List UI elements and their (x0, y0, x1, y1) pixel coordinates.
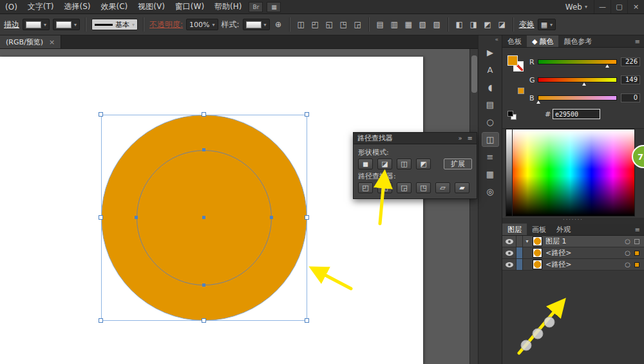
transform-link[interactable]: 变换 (519, 19, 535, 30)
pathfinder-panel[interactable]: 路径查找器 » ≡ 形状模式: ◼ ◪ ◫ ◩ 扩展 路径查找器: ◰ ◱ ◲ … (353, 132, 477, 199)
distribute-right-icon[interactable]: ▨ (431, 19, 442, 30)
vertical-scrollbar[interactable] (469, 49, 478, 364)
opacity-dropdown[interactable]: 100% ▾ (186, 19, 218, 30)
style-dropdown[interactable]: ▾ (243, 19, 270, 30)
fill-color-swatch[interactable] (507, 55, 518, 66)
pathfinder-title-bar[interactable]: 路径查找器 » ≡ (354, 133, 477, 144)
visibility-cell[interactable] (502, 259, 516, 270)
anchor-point-n[interactable] (202, 148, 205, 151)
red-slider-marker[interactable] (605, 64, 609, 68)
align-left-icon[interactable]: ◫ (296, 19, 307, 30)
stroke-weight-dropdown[interactable]: ▾ (53, 19, 80, 30)
selection-handle-se[interactable] (305, 318, 309, 323)
selection-handle-w[interactable] (99, 215, 103, 220)
green-slider-marker[interactable] (582, 82, 586, 86)
align-to-selection-icon[interactable]: ◪ (497, 19, 507, 30)
minimize-button[interactable]: — (594, 0, 611, 14)
document-tab[interactable]: (RGB/预览) × (0, 35, 61, 48)
path-thumbnail[interactable] (533, 248, 542, 258)
restore-button[interactable]: ▢ (611, 0, 627, 14)
distribute-bottom-icon[interactable]: ▦ (403, 19, 414, 30)
outline-icon[interactable]: ▱ (435, 182, 450, 193)
tab-close-icon[interactable]: × (49, 38, 55, 46)
character-panel-icon[interactable]: A (482, 62, 499, 77)
align-bottom-icon[interactable]: ◲ (352, 19, 363, 30)
anchor-point-e[interactable] (270, 216, 273, 219)
gradient-panel-icon[interactable]: ◎ (482, 184, 499, 199)
target-circle-icon[interactable]: ○ (625, 249, 630, 256)
visibility-cell[interactable] (502, 236, 516, 247)
green-channel-value[interactable]: 149 (621, 75, 640, 84)
minus-back-icon[interactable]: ▰ (455, 182, 469, 193)
tab-swatches[interactable]: 色板 (502, 35, 527, 47)
color-spectrum[interactable] (506, 129, 635, 216)
layer-thumbnail[interactable] (533, 236, 542, 246)
layer-name[interactable]: 图层 1 (545, 236, 567, 246)
selection-handle-e[interactable] (305, 215, 309, 220)
path-name[interactable]: <路径> (545, 260, 571, 269)
menu-item-view[interactable]: 视图(V) (133, 0, 170, 14)
selection-handle-sw[interactable] (99, 318, 103, 323)
panel-menu-icon[interactable]: ≡ (468, 135, 473, 142)
document-setup-globe-icon[interactable]: ⊕ (273, 19, 284, 30)
selection-handle-nw[interactable] (99, 112, 103, 117)
path-row[interactable]: <路径> ○ (502, 247, 644, 259)
align-top-icon[interactable]: ◳ (338, 19, 349, 30)
collapse-panel-icon[interactable]: » (458, 135, 462, 142)
expand-button[interactable]: 扩展 (444, 158, 472, 169)
tab-color-guide[interactable]: 颜色参考 (558, 35, 597, 47)
visibility-cell[interactable] (502, 247, 516, 258)
opacity-link[interactable]: 不透明度: (149, 19, 183, 30)
close-button[interactable]: × (627, 0, 644, 14)
workspace-selector[interactable]: Web ▾ (559, 3, 594, 12)
trim-icon[interactable]: ◱ (377, 182, 392, 193)
center-point[interactable] (202, 216, 205, 219)
selection-indicator[interactable] (634, 262, 639, 267)
red-channel-slider[interactable] (538, 59, 617, 64)
scrollbar-thumb[interactable] (471, 55, 477, 93)
properties-panel-icon[interactable]: ≡ (482, 149, 499, 164)
menu-item-effect[interactable]: 效果(C) (96, 0, 133, 14)
selection-handle-ne[interactable] (305, 112, 309, 117)
minus-front-icon[interactable]: ◪ (377, 158, 392, 169)
menu-item-file[interactable]: (O) (0, 1, 23, 14)
distribute-space-h-icon[interactable]: ◧ (454, 19, 465, 30)
black-swatch-icon[interactable] (507, 111, 513, 117)
blue-channel-slider[interactable] (538, 95, 617, 101)
menu-item-type[interactable]: 文字(T) (23, 0, 59, 14)
target-circle-icon[interactable]: ○ (625, 238, 630, 245)
red-channel-value[interactable]: 226 (621, 57, 640, 66)
green-channel-slider[interactable] (538, 77, 617, 82)
hex-input[interactable] (553, 109, 600, 119)
align-to-artboard-icon[interactable]: ◩ (482, 19, 493, 30)
path-row[interactable]: <路径> ○ (502, 259, 644, 271)
last-color-swatch[interactable] (518, 88, 524, 94)
blue-slider-marker[interactable] (536, 101, 540, 104)
path-thumbnail[interactable] (533, 260, 542, 269)
selection-handle-s[interactable] (202, 318, 206, 323)
brush-definition-dropdown[interactable]: 基本 ▾ (91, 19, 138, 30)
crop-icon[interactable]: ◳ (416, 182, 431, 193)
tab-artboards[interactable]: 画板 (527, 224, 551, 235)
divide-icon[interactable]: ◰ (358, 182, 373, 193)
path-name[interactable]: <路径> (545, 248, 571, 258)
unite-icon[interactable]: ◼ (358, 158, 373, 169)
bridge-icon[interactable]: Br (249, 2, 263, 12)
links-panel-icon[interactable]: ▤ (482, 97, 499, 112)
stroke-link[interactable]: 描边 (4, 19, 19, 30)
menu-item-help[interactable]: 帮助(H) (209, 0, 247, 14)
distribute-middle-icon[interactable]: ▥ (389, 19, 400, 30)
blue-channel-value[interactable]: 0 (621, 93, 640, 102)
expand-panels-icon[interactable]: « (495, 35, 502, 44)
distribute-space-v-icon[interactable]: ◨ (468, 19, 479, 30)
stroke-panel-icon[interactable]: ○ (482, 115, 499, 129)
lock-cell[interactable] (516, 259, 523, 270)
lock-cell[interactable] (516, 236, 523, 247)
disclosure-triangle-icon[interactable]: ▾ (523, 238, 531, 244)
tab-appearance[interactable]: 外观 (551, 224, 576, 235)
menu-item-window[interactable]: 窗口(W) (170, 0, 209, 14)
selection-indicator[interactable] (634, 251, 639, 256)
selection-handle-n[interactable] (202, 112, 206, 117)
menu-item-select[interactable]: 选择(S) (59, 0, 96, 14)
selection-indicator[interactable] (634, 239, 639, 244)
